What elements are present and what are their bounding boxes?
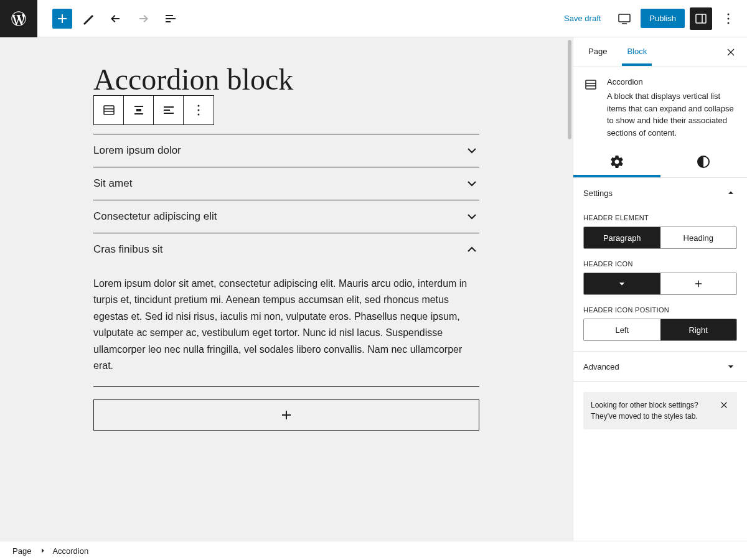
panel-settings: Settings Header element Paragraph Headin… [573, 178, 747, 352]
accordion-item: Cras finibus sitLorem ipsum dolor sit am… [93, 233, 479, 387]
save-draft-button[interactable]: Save draft [557, 9, 608, 28]
svg-point-6 [728, 22, 730, 24]
accordion-header[interactable]: Cras finibus sit [93, 233, 479, 266]
header-icon-position-label: Header icon position [583, 306, 737, 314]
icon-position-left[interactable]: Left [584, 319, 660, 340]
chevron-down-icon [725, 360, 737, 373]
editor-toolbar: Save draft Publish [0, 0, 747, 37]
header-element-label: Header element [583, 214, 737, 222]
svg-point-11 [198, 110, 200, 111]
block-toolbar [93, 96, 479, 126]
chevron-up-icon [464, 242, 479, 257]
panel-advanced-header[interactable]: Advanced [573, 352, 747, 381]
options-button[interactable] [717, 7, 740, 30]
panel-settings-header[interactable]: Settings [573, 178, 747, 208]
document-outline-button[interactable] [159, 7, 182, 30]
svg-point-4 [728, 13, 730, 15]
accordion-block[interactable]: Lorem ipsum dolorSit ametConsectetur adi… [93, 134, 479, 387]
header-element-paragraph[interactable]: Paragraph [584, 227, 660, 248]
accordion-header[interactable]: Lorem ipsum dolor [93, 134, 479, 167]
chevron-down-icon [464, 209, 479, 224]
close-sidebar-button[interactable] [725, 46, 737, 58]
chevron-down-icon [464, 143, 479, 158]
accordion-title: Consectetur adipiscing elit [93, 210, 217, 223]
icon-position-right[interactable]: Right [660, 319, 737, 340]
accordion-body[interactable]: Lorem ipsum dolor sit amet, consectetur … [93, 266, 479, 386]
accordion-item: Consectetur adipiscing elit [93, 200, 479, 233]
add-block-button[interactable] [52, 9, 72, 29]
accordion-header[interactable]: Sit amet [93, 167, 479, 200]
block-info-title: Accordion [607, 77, 737, 86]
header-icon-toggle [583, 273, 737, 295]
subtab-styles[interactable] [660, 149, 748, 177]
tools-button[interactable] [77, 7, 100, 30]
settings-sidebar: Page Block Accordion A block that displa… [573, 37, 747, 541]
preview-button[interactable] [613, 7, 636, 30]
redo-button[interactable] [132, 7, 154, 30]
block-info-description: A block that displays vertical list item… [607, 90, 737, 139]
header-element-heading[interactable]: Heading [660, 227, 737, 248]
align-button[interactable] [124, 96, 154, 124]
block-info: Accordion A block that displays vertical… [573, 67, 747, 149]
undo-button[interactable] [105, 7, 127, 30]
breadcrumb: Page Accordion [0, 541, 747, 560]
publish-button[interactable]: Publish [641, 9, 685, 28]
header-icon-label: Header icon [583, 260, 737, 268]
svg-rect-0 [619, 14, 630, 22]
chevron-right-icon [39, 546, 47, 555]
inspector-subtabs [573, 149, 747, 178]
main-container: Accordion block Lore [0, 37, 747, 541]
accordion-item: Sit amet [93, 167, 479, 200]
svg-rect-7 [104, 106, 114, 114]
svg-rect-13 [586, 80, 596, 89]
svg-point-12 [198, 114, 200, 116]
sidebar-toggle-button[interactable] [690, 7, 712, 30]
tab-block[interactable]: Block [622, 38, 652, 66]
close-notice-button[interactable] [718, 399, 730, 411]
header-icon-position-toggle: Left Right [583, 319, 737, 341]
chevron-up-icon [725, 187, 737, 199]
accordion-header[interactable]: Consectetur adipiscing elit [93, 200, 479, 233]
breadcrumb-root[interactable]: Page [12, 546, 31, 556]
block-options-button[interactable] [184, 96, 214, 124]
accordion-block-icon [583, 77, 598, 139]
header-icon-plus[interactable] [660, 273, 737, 294]
add-accordion-item-button[interactable] [93, 399, 479, 431]
tab-page[interactable]: Page [583, 38, 612, 66]
wordpress-logo[interactable] [0, 0, 37, 37]
text-align-button[interactable] [154, 96, 184, 124]
svg-rect-2 [696, 14, 706, 23]
chevron-down-icon [464, 176, 479, 191]
sidebar-tabs: Page Block [573, 37, 747, 67]
scrollbar[interactable] [566, 37, 573, 541]
toolbar-right-group: Save draft Publish [557, 7, 747, 30]
page-title[interactable]: Accordion block [93, 62, 479, 96]
accordion-title: Sit amet [93, 177, 132, 190]
accordion-title: Lorem ipsum dolor [93, 144, 181, 157]
accordion-item: Lorem ipsum dolor [93, 134, 479, 167]
svg-point-5 [728, 17, 730, 19]
header-element-toggle: Paragraph Heading [583, 226, 737, 249]
header-icon-chevron[interactable] [584, 273, 660, 294]
styles-moved-notice: Looking for other block settings? They'v… [583, 392, 737, 429]
canvas-content: Accordion block Lore [44, 62, 529, 431]
toolbar-left-group [37, 7, 182, 30]
accordion-title: Cras finibus sit [93, 243, 162, 256]
panel-advanced: Advanced [573, 352, 747, 382]
subtab-settings[interactable] [573, 149, 660, 177]
block-type-button[interactable] [94, 96, 124, 124]
breadcrumb-current: Accordion [52, 546, 88, 556]
editor-canvas: Accordion block Lore [0, 37, 573, 541]
svg-point-10 [198, 105, 200, 107]
